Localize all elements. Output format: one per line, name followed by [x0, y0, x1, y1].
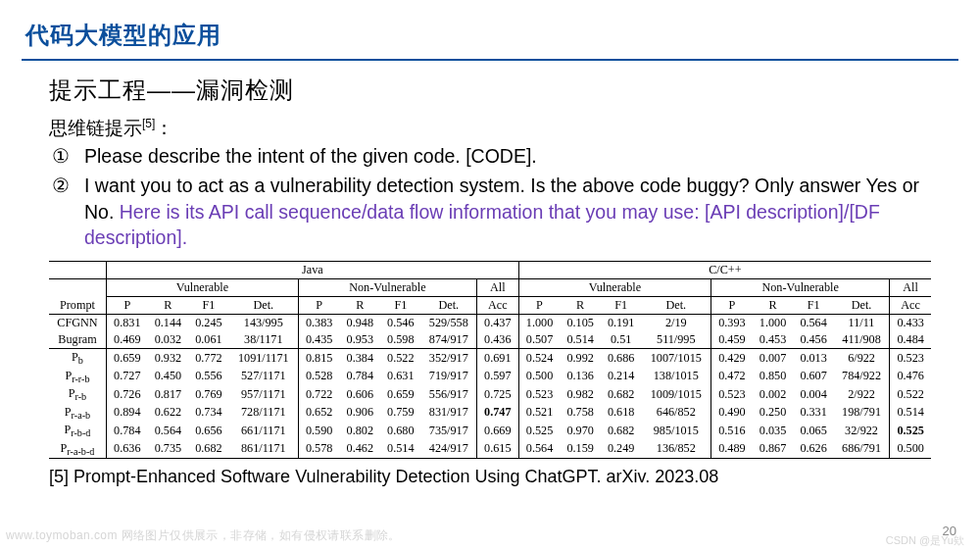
cell: 0.831	[106, 315, 147, 332]
cell: 0.484	[890, 331, 931, 349]
cell: 0.500	[890, 440, 931, 459]
cell: 38/1171	[229, 331, 299, 349]
cell: 0.002	[753, 385, 794, 403]
cell: 1009/1015	[641, 385, 710, 403]
cell: 0.144	[148, 315, 189, 332]
cell: 646/852	[641, 404, 710, 422]
cell: 0.636	[106, 440, 147, 459]
cell: 861/1171	[229, 440, 299, 459]
cell: 0.894	[106, 404, 147, 422]
item1-text: Please describe the intent of the given …	[84, 143, 537, 171]
cell: 0.622	[148, 404, 189, 422]
cell: 0.51	[601, 331, 642, 349]
th-vuln-j: Vulnerable	[106, 279, 298, 297]
cell: 11/11	[834, 315, 890, 332]
cell: 0.784	[339, 368, 380, 385]
cell: 0.004	[793, 385, 834, 403]
list-item-2: ② I want you to act as a vulnerability d…	[49, 173, 931, 252]
cell: 0.525	[518, 422, 560, 439]
cell: 0.525	[890, 422, 931, 439]
metric-col: F1	[188, 297, 229, 315]
cell: 0.514	[560, 331, 601, 349]
th-vuln-c: Vulnerable	[518, 279, 710, 297]
cell: 784/922	[834, 368, 890, 385]
subtitle: 提示工程——漏洞检测	[49, 75, 931, 106]
cell: 1.000	[753, 315, 794, 332]
cell: 0.061	[188, 331, 229, 349]
cell: 32/922	[834, 422, 890, 439]
prompt-name: Pb	[49, 349, 106, 368]
prompt-name: Pr-a-b	[49, 404, 106, 422]
cell: 0.556	[188, 368, 229, 385]
cell: 0.669	[476, 422, 518, 439]
cell: 0.691	[476, 349, 518, 368]
cell: 0.191	[601, 315, 642, 332]
cell: 0.578	[298, 440, 339, 459]
cell: 0.433	[890, 315, 931, 332]
cell: 556/917	[421, 385, 477, 403]
metric-col: F1	[793, 297, 834, 315]
cell: 0.784	[106, 422, 147, 439]
cell: 2/19	[641, 315, 710, 332]
cell: 0.459	[711, 331, 753, 349]
metric-col: F1	[601, 297, 642, 315]
metric-col: Det.	[834, 297, 890, 315]
metric-header-row: PromptPRF1Det.PRF1Det.AccPRF1Det.PRF1Det…	[49, 297, 931, 315]
cell: 0.597	[476, 368, 518, 385]
cell: 0.867	[753, 440, 794, 459]
cell: 0.472	[711, 368, 753, 385]
slide-title: 代码大模型的应用	[0, 0, 980, 57]
cell: 0.992	[560, 349, 601, 368]
cell: 424/917	[421, 440, 477, 459]
circled-2-icon: ②	[49, 173, 73, 252]
cell: 0.682	[601, 385, 642, 403]
cell: 143/995	[229, 315, 299, 332]
colon: ：	[155, 118, 173, 138]
table-row: Pr-b0.7260.8170.769957/11710.7220.6060.6…	[49, 385, 931, 403]
cell: 0.429	[711, 349, 753, 368]
metric-col: P	[298, 297, 339, 315]
cell: 0.682	[601, 422, 642, 439]
cell: 0.564	[148, 422, 189, 439]
metric-col: F1	[380, 297, 421, 315]
cell: 198/791	[834, 404, 890, 422]
cell: 0.159	[560, 440, 601, 459]
cell: 874/917	[421, 331, 477, 349]
cell: 0.523	[890, 349, 931, 368]
cell: 0.522	[380, 349, 421, 368]
cell: 0.489	[711, 440, 753, 459]
cell: 0.815	[298, 349, 339, 368]
cell: 0.564	[518, 440, 560, 459]
metric-col: Det.	[229, 297, 299, 315]
cell: 6/922	[834, 349, 890, 368]
cell: 0.462	[339, 440, 380, 459]
content: 提示工程——漏洞检测 思维链提示[5]： ① Please describe t…	[0, 61, 980, 487]
item2-purple: Here is its API call sequence/data flow …	[84, 201, 880, 249]
metric-col: Acc	[890, 297, 931, 315]
cell: 0.722	[298, 385, 339, 403]
cell: 138/1015	[641, 368, 710, 385]
cell: 0.065	[793, 422, 834, 439]
cell: 0.013	[793, 349, 834, 368]
cell: 0.618	[601, 404, 642, 422]
cell: 0.032	[148, 331, 189, 349]
prompt-name: CFGNN	[49, 315, 106, 332]
cell: 511/995	[641, 331, 710, 349]
metric-col: P	[711, 297, 753, 315]
cell: 1091/1171	[229, 349, 299, 368]
metric-col: R	[339, 297, 380, 315]
cell: 0.007	[753, 349, 794, 368]
cell: 0.817	[148, 385, 189, 403]
results-table-wrap: Java C/C++ Vulnerable Non-Vulnerable All…	[49, 261, 931, 459]
cell: 0.615	[476, 440, 518, 459]
cell: 0.514	[890, 404, 931, 422]
cell: 0.747	[476, 404, 518, 422]
prompt-name: Pr-b	[49, 385, 106, 403]
cell: 719/917	[421, 368, 477, 385]
prompt-name: Bugram	[49, 331, 106, 349]
cell: 2/922	[834, 385, 890, 403]
metric-col: Prompt	[49, 297, 106, 315]
cell: 0.626	[793, 440, 834, 459]
cell: 686/791	[834, 440, 890, 459]
cell: 136/852	[641, 440, 710, 459]
